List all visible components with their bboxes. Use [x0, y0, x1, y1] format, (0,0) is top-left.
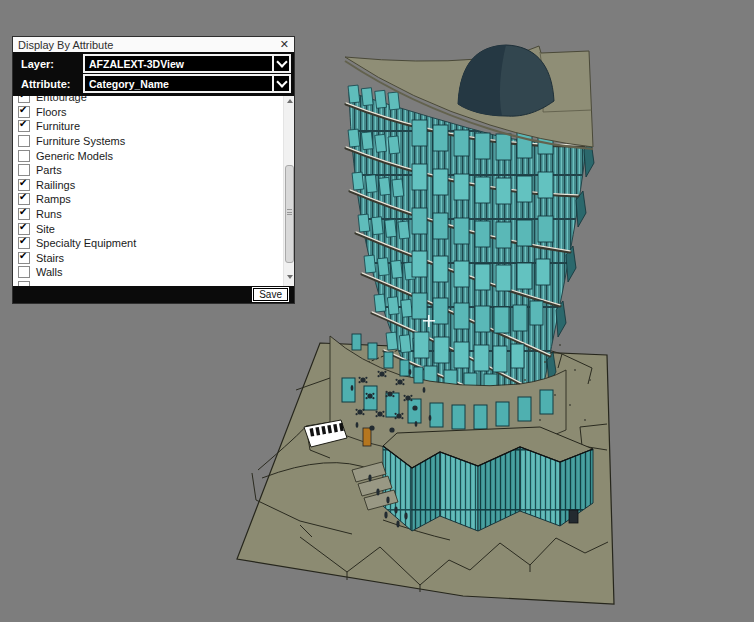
attribute-row: Attribute: Category_Name	[16, 76, 291, 91]
attribute-dropdown-button[interactable]	[272, 76, 289, 91]
layer-label: Layer:	[16, 58, 83, 70]
site-object	[569, 510, 578, 523]
category-row[interactable]: Railings	[13, 178, 283, 193]
layer-value: AFZALEXT-3DView	[85, 56, 272, 71]
entrance-door	[363, 428, 371, 446]
category-row[interactable]: Ramps	[13, 192, 283, 207]
category-row[interactable]: Furniture	[13, 119, 283, 134]
category-row[interactable]: Site	[13, 221, 283, 236]
category-checkbox[interactable]	[18, 237, 30, 249]
dialog-form: Layer: AFZALEXT-3DView Attribute: Catego…	[13, 52, 294, 96]
category-row[interactable]	[13, 280, 283, 286]
category-checkbox[interactable]	[18, 208, 30, 220]
scrollbar-up-arrow-icon[interactable]	[284, 96, 294, 106]
category-checkbox[interactable]	[18, 150, 30, 162]
category-checkbox[interactable]	[18, 281, 30, 286]
layer-dropdown-button[interactable]	[272, 56, 289, 71]
category-row[interactable]: Generic Models	[13, 148, 283, 163]
category-list: Entourage Floors Furniture Furniture Sys…	[13, 96, 294, 286]
dialog-titlebar[interactable]: Display By Attribute ✕	[13, 37, 294, 52]
dialog-title: Display By Attribute	[18, 39, 113, 51]
category-checkbox[interactable]	[18, 252, 30, 264]
category-row[interactable]: Parts	[13, 163, 283, 178]
category-row[interactable]: Entourage	[13, 96, 283, 105]
chevron-down-icon	[276, 56, 287, 67]
category-row[interactable]: Specialty Equipment	[13, 236, 283, 251]
display-by-attribute-dialog: Display By Attribute ✕ Layer: AFZALEXT-3…	[12, 36, 295, 304]
scrollbar-thumb[interactable]	[285, 165, 294, 263]
category-checkbox[interactable]	[18, 164, 30, 176]
category-checkbox[interactable]	[18, 120, 30, 132]
category-checkbox[interactable]	[18, 223, 30, 235]
layer-row: Layer: AFZALEXT-3DView	[16, 56, 291, 71]
category-row[interactable]: Floors	[13, 105, 283, 120]
category-checkbox[interactable]	[18, 266, 30, 278]
category-checkbox[interactable]	[18, 193, 30, 205]
attribute-dropdown[interactable]: Category_Name	[83, 74, 291, 93]
layer-dropdown[interactable]: AFZALEXT-3DView	[83, 54, 291, 73]
category-row[interactable]: Furniture Systems	[13, 134, 283, 149]
category-row[interactable]: Runs	[13, 207, 283, 222]
category-row[interactable]: Walls	[13, 265, 283, 280]
category-checkbox[interactable]	[18, 135, 30, 147]
scrollbar-down-arrow-icon[interactable]	[284, 272, 294, 282]
list-scrollbar[interactable]	[283, 96, 294, 286]
attribute-value: Category_Name	[85, 76, 272, 91]
application-viewport: Display By Attribute ✕ Layer: AFZALEXT-3…	[0, 0, 754, 622]
category-checkbox[interactable]	[18, 179, 30, 191]
save-button[interactable]: Save	[253, 288, 288, 301]
dialog-footer: Save	[13, 286, 294, 303]
close-icon[interactable]: ✕	[280, 39, 289, 50]
attribute-label: Attribute:	[16, 78, 83, 90]
annex-building	[383, 427, 593, 531]
chevron-down-icon	[276, 76, 287, 87]
category-row[interactable]: Stairs	[13, 251, 283, 266]
category-rows: Entourage Floors Furniture Furniture Sys…	[13, 96, 283, 286]
category-checkbox[interactable]	[18, 96, 30, 103]
category-checkbox[interactable]	[18, 106, 30, 118]
